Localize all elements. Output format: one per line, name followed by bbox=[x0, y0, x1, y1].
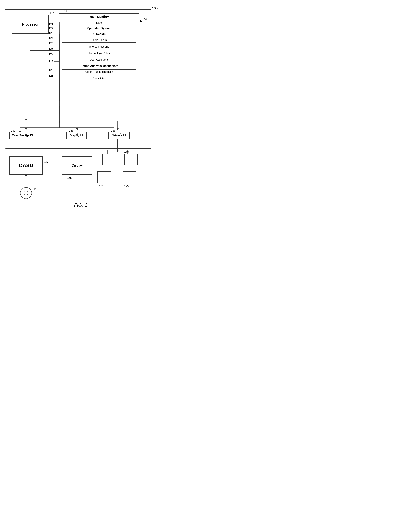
label-120: 120 bbox=[142, 18, 147, 21]
logic-blocks-box: Logic Blocks bbox=[62, 38, 136, 43]
dasd-label: DASD bbox=[19, 163, 33, 168]
ref-122: 122 bbox=[49, 27, 53, 30]
interconnections-row: Interconnections bbox=[59, 44, 139, 50]
label-175a: 175 bbox=[99, 185, 104, 188]
net-node-1 bbox=[103, 154, 116, 165]
cd-disk-inner bbox=[24, 191, 28, 195]
label-165: 165 bbox=[67, 176, 72, 179]
timing-section: Timing Analysis Mechanism Clock Alias Me… bbox=[59, 63, 139, 82]
fig-label: FIG. 1 bbox=[74, 202, 87, 208]
data-row: Data bbox=[59, 20, 139, 26]
label-110: 110 bbox=[50, 12, 54, 15]
net-node-4 bbox=[123, 171, 136, 183]
dasd-box: DASD bbox=[9, 156, 43, 175]
mass-storage-if-box: Mass Storage I/F bbox=[9, 132, 36, 139]
os-row: Operating System bbox=[59, 26, 139, 32]
user-assertions-row: User Assertions bbox=[59, 57, 139, 63]
svg-marker-50 bbox=[117, 150, 119, 152]
processor-label: Processor bbox=[22, 22, 38, 26]
label-170: 170 bbox=[124, 150, 129, 153]
ref-123: 123 bbox=[49, 32, 53, 35]
label-100: 100 bbox=[152, 6, 158, 10]
clock-alias-box: Clock Alias bbox=[62, 76, 136, 81]
timing-header: Timing Analysis Mechanism bbox=[59, 63, 139, 69]
label-195: 195 bbox=[34, 188, 38, 191]
ref-121: 121 bbox=[49, 23, 53, 26]
display-box: Display bbox=[62, 156, 92, 175]
user-assertions-box: User Assertions bbox=[62, 57, 136, 62]
tech-rules-row: Technology Rules bbox=[59, 50, 139, 57]
ref-127: 127 bbox=[49, 53, 53, 56]
ref-126: 126 bbox=[49, 47, 53, 50]
network-if-box: Network I/F bbox=[108, 132, 129, 139]
ic-design-header: IC Design bbox=[59, 32, 139, 37]
label-160: 160 bbox=[64, 10, 68, 13]
ref-124: 124 bbox=[49, 37, 53, 40]
ref-131: 131 bbox=[49, 75, 53, 78]
technology-rules-box: Technology Rules bbox=[62, 51, 136, 56]
main-memory-header: Main Memory bbox=[59, 14, 139, 20]
ref-128: 128 bbox=[49, 60, 53, 63]
display-if-box: Display I/F bbox=[66, 132, 87, 139]
ref-125: 125 bbox=[49, 42, 53, 45]
main-memory-box: Main Memory Data Operating System IC Des… bbox=[59, 13, 139, 121]
processor-box: Processor bbox=[12, 15, 49, 34]
ic-design-section: IC Design Logic Blocks Interconnections … bbox=[59, 32, 139, 63]
label-155: 155 bbox=[43, 160, 48, 163]
clock-alias-row: Clock Alias bbox=[59, 75, 139, 82]
net-node-2 bbox=[124, 154, 138, 165]
clock-alias-mech-row: Clock Alias Mechanism bbox=[59, 69, 139, 75]
clock-alias-mech-box: Clock Alias Mechanism bbox=[62, 69, 136, 74]
net-node-3 bbox=[97, 171, 111, 183]
logic-blocks-row: Logic Blocks bbox=[59, 37, 139, 44]
ref-129: 129 bbox=[49, 69, 53, 71]
label-175b: 175 bbox=[124, 185, 129, 188]
interconnections-box: Interconnections bbox=[62, 44, 136, 49]
diagram: 100 Processor 110 160 Main Memory Data O… bbox=[0, 0, 161, 213]
display-label: Display bbox=[72, 164, 83, 167]
